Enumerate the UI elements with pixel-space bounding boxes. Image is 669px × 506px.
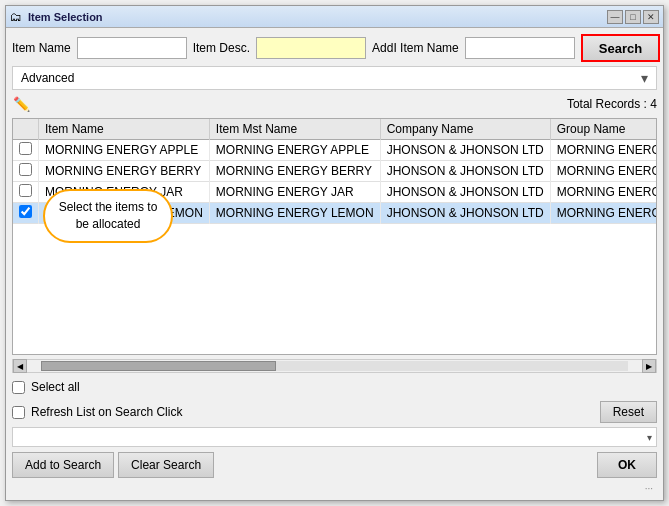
dropdown-arrow: ▾ [647,432,652,443]
refresh-checkbox[interactable] [12,406,25,419]
table-cell: MORNING ENERGY LEMON [209,203,380,224]
table-cell: MORNING ENERGY APPLE [39,140,210,161]
item-name-label: Item Name [12,41,71,55]
minimize-button[interactable]: — [607,10,623,24]
table-cell: MORNING ENERGY [550,161,657,182]
tooltip-bubble: Select the items to be allocated [43,189,173,243]
table-cell: JHONSON & JHONSON LTD [380,140,550,161]
table-cell: JHONSON & JHONSON LTD [380,182,550,203]
edit-icon[interactable]: ✏️ [12,95,30,113]
title-bar: 🗂 Item Selection — □ ✕ [6,6,663,28]
select-all-checkbox[interactable] [12,381,25,394]
scroll-track[interactable] [41,361,628,371]
scroll-left-arrow[interactable]: ◀ [13,359,27,373]
toolbar-row: ✏️ Total Records : 4 [12,94,657,114]
window-icon: 🗂 [10,10,24,24]
chevron-down-icon: ▾ [641,70,648,86]
refresh-row: Refresh List on Search Click Reset [12,401,657,423]
scroll-thumb[interactable] [41,361,276,371]
addl-item-name-label: AddI Item Name [372,41,459,55]
table-cell: MORNING ENERGY APPLE [209,140,380,161]
table-row[interactable]: MORNING ENERGY APPLEMORNING ENERGY APPLE… [13,140,657,161]
advanced-bar[interactable]: Advanced ▾ [12,66,657,90]
maximize-button[interactable]: □ [625,10,641,24]
refresh-left: Refresh List on Search Click [12,405,182,419]
table-row[interactable]: MORNING ENERGY BERRYMORNING ENERGY BERRY… [13,161,657,182]
close-button[interactable]: ✕ [643,10,659,24]
row-checkbox-cell[interactable] [13,203,39,224]
table-header-row: Item Name Item Mst Name Company Name Gro… [13,119,657,140]
search-row: Item Name Item Desc. AddI Item Name Sear… [12,34,657,62]
col-company-name: Company Name [380,119,550,140]
addl-item-name-input[interactable] [465,37,575,59]
row-checkbox[interactable] [19,184,32,197]
dropdown-row[interactable]: ▾ [12,427,657,447]
col-item-name: Item Name [39,119,210,140]
table-cell: MORNING ENERGY [550,140,657,161]
window-title: Item Selection [28,11,607,23]
window-content: Item Name Item Desc. AddI Item Name Sear… [6,28,663,500]
select-all-label: Select all [31,380,80,394]
col-checkbox [13,119,39,140]
col-group-name: Group Name [550,119,657,140]
row-checkbox-cell[interactable] [13,161,39,182]
row-checkbox[interactable] [19,163,32,176]
clear-search-button[interactable]: Clear Search [118,452,214,478]
table-cell: MORNING ENERGY JAR [209,182,380,203]
window-controls: — □ ✕ [607,10,659,24]
action-row: Add to Search Clear Search OK [12,451,657,479]
search-button[interactable]: Search [581,34,660,62]
col-item-mst-name: Item Mst Name [209,119,380,140]
item-name-input[interactable] [77,37,187,59]
total-records: Total Records : 4 [567,97,657,111]
refresh-label: Refresh List on Search Click [31,405,182,419]
table-cell: JHONSON & JHONSON LTD [380,161,550,182]
table-container: Item Name Item Mst Name Company Name Gro… [12,118,657,355]
reset-button[interactable]: Reset [600,401,657,423]
add-to-search-button[interactable]: Add to Search [12,452,114,478]
action-left: Add to Search Clear Search [12,452,214,478]
scroll-right-arrow[interactable]: ▶ [642,359,656,373]
item-desc-input[interactable] [256,37,366,59]
table-cell: MORNING ENERGY BERRY [39,161,210,182]
resize-dots: ··· [12,483,657,494]
row-checkbox-cell[interactable] [13,140,39,161]
table-cell: MORNING ENERGY [550,203,657,224]
table-cell: MORNING ENERGY [550,182,657,203]
row-checkbox[interactable] [19,142,32,155]
main-window: 🗂 Item Selection — □ ✕ Item Name Item De… [5,5,664,501]
row-checkbox-cell[interactable] [13,182,39,203]
table-cell: MORNING ENERGY BERRY [209,161,380,182]
ok-button[interactable]: OK [597,452,657,478]
select-all-row: Select all [12,377,657,397]
item-desc-label: Item Desc. [193,41,250,55]
row-checkbox[interactable] [19,205,32,218]
table-cell: JHONSON & JHONSON LTD [380,203,550,224]
advanced-label: Advanced [21,71,641,85]
horizontal-scrollbar[interactable]: ◀ ▶ [12,359,657,373]
